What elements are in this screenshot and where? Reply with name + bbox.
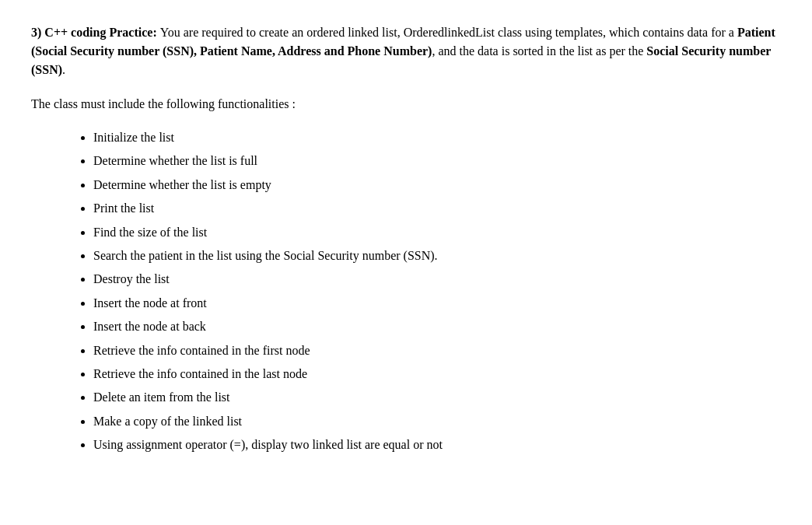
list-item: Make a copy of the linked list <box>93 410 778 433</box>
list-item: Retrieve the info contained in the last … <box>93 362 778 386</box>
intro-paragraph: 3) C++ coding Practice: You are required… <box>31 23 778 79</box>
list-item: Find the size of the list <box>93 221 778 244</box>
list-item: Retrieve the info contained in the first… <box>93 339 778 362</box>
list-item: Using assignment operator (=), display t… <box>93 433 778 457</box>
list-item: Delete an item from the list <box>93 386 778 409</box>
bullet-list: Initialize the list Determine whether th… <box>31 126 778 457</box>
question-label: 3) C++ coding Practice: You are required… <box>31 26 259 39</box>
list-item: Insert the node at back <box>93 315 778 338</box>
content-wrapper: 3) C++ coding Practice: You are required… <box>31 23 778 457</box>
list-item: Determine whether the list is empty <box>93 173 778 197</box>
list-item: Destroy the list <box>93 268 778 291</box>
list-item: Determine whether the list is full <box>93 149 778 173</box>
list-item: Print the list <box>93 197 778 220</box>
list-item: Initialize the list <box>93 126 778 149</box>
list-item: Insert the node at front <box>93 292 778 315</box>
list-item: Search the patient in the list using the… <box>93 244 778 268</box>
functionalities-intro: The class must include the following fun… <box>31 95 778 114</box>
